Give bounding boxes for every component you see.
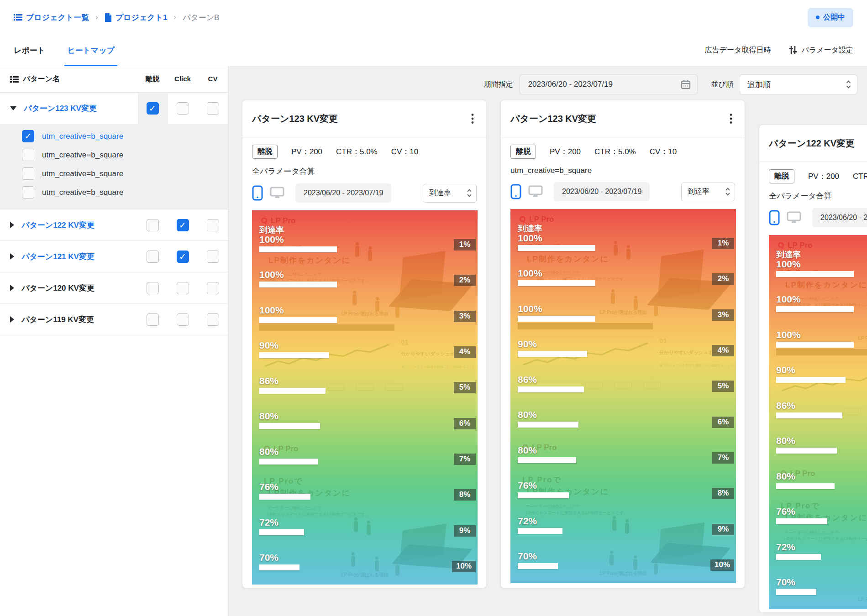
ad-data-fetch-time[interactable]: 広告データ取得日時: [705, 46, 771, 55]
scroll-pct-badge: 10%: [710, 559, 734, 571]
scroll-pct-badge: 5%: [712, 381, 734, 392]
scroll-pct-badge: 3%: [712, 309, 734, 321]
row-checkbox[interactable]: [177, 219, 189, 231]
reach-row: 72%: [259, 517, 304, 535]
reach-row: 70%: [259, 552, 300, 570]
kebab-menu-icon[interactable]: [468, 111, 477, 126]
row-checkbox[interactable]: [207, 282, 219, 294]
stat-cv: CV：10: [650, 146, 677, 157]
heatmap-card: パターン123 KV変更 離脱 PV：200 CTR：5.0% CV：10 ut…: [500, 100, 745, 588]
subrow-checkbox[interactable]: [22, 167, 34, 180]
row-checkbox[interactable]: [147, 251, 159, 263]
disclosure-triangle-icon[interactable]: [10, 253, 14, 260]
heatmap-visualization: LP Pro LP ProでLP制作をカンタンに マーケターに特化したことでLP…: [252, 210, 478, 585]
row-checkbox[interactable]: [177, 251, 189, 263]
metric-select-value: 到達率: [429, 188, 451, 198]
sort-select-value: 追加順: [747, 79, 771, 90]
tab-report[interactable]: レポート: [14, 35, 45, 66]
card-period-value[interactable]: 2023/06/20 - 2023/07/19: [295, 183, 391, 203]
desktop-device-icon[interactable]: [787, 211, 801, 224]
row-checkbox[interactable]: [177, 282, 189, 294]
disclosure-triangle-icon[interactable]: [10, 316, 14, 323]
scroll-pct-badge: 8%: [712, 488, 734, 499]
pattern-group-row[interactable]: パターン120 KV変更: [0, 272, 228, 304]
parameter-subrow[interactable]: utm_creative=b_square: [0, 127, 228, 146]
row-checkbox[interactable]: [147, 313, 159, 326]
reach-row: 86%: [776, 400, 842, 418]
desktop-device-icon[interactable]: [270, 187, 284, 199]
list-icon: [10, 76, 19, 83]
reach-row: 80%: [518, 409, 578, 428]
group-label[interactable]: パターン121 KV変更: [21, 251, 95, 262]
period-range-input[interactable]: 2023/06/20 - 2023/07/19: [520, 74, 698, 94]
subrow-checkbox[interactable]: [22, 149, 34, 161]
metric-select[interactable]: 到達率: [681, 183, 735, 201]
group-label[interactable]: パターン120 KV変更: [21, 283, 95, 293]
sort-select[interactable]: 追加順: [740, 74, 857, 94]
stat-ctr: CTR：5.0%: [853, 171, 867, 182]
reach-row: 86%: [259, 376, 326, 394]
exit-metric-badge[interactable]: 離脱: [252, 145, 278, 159]
exit-metric-badge[interactable]: 離脱: [769, 169, 794, 183]
subrow-label: utm_creative=b_square: [42, 188, 123, 197]
heatmap-card: パターン122 KV変更 離脱 PV：200 CTR：5.0% CV：10 全パ…: [759, 125, 867, 613]
subrow-checkbox[interactable]: [22, 130, 34, 142]
chevron-updown-icon: [467, 188, 472, 198]
period-label: 期間指定: [484, 80, 513, 89]
stat-ctr: CTR：5.0%: [594, 146, 636, 157]
row-checkbox[interactable]: [147, 219, 159, 231]
card-period-value[interactable]: 2023/06/20 - 2023/07/19: [554, 182, 650, 201]
row-checkbox[interactable]: [147, 102, 159, 115]
mobile-device-icon[interactable]: [252, 185, 263, 201]
card-subtitle: 全パラメータ合算: [769, 191, 867, 201]
group-label[interactable]: パターン123 KV変更: [24, 103, 97, 114]
scroll-pct-badge: 5%: [454, 382, 476, 393]
breadcrumb-project[interactable]: プロジェクト1: [105, 12, 168, 23]
subrow-checkbox[interactable]: [22, 186, 34, 198]
reach-row: 80%: [518, 445, 576, 463]
pattern-group-row[interactable]: パターン121 KV変更: [0, 241, 228, 272]
row-checkbox[interactable]: [177, 102, 189, 115]
parameter-subrow[interactable]: utm_creative=b_square: [0, 146, 228, 164]
scroll-pct-badge: 2%: [454, 275, 476, 286]
reach-row: 90%: [776, 365, 846, 383]
parameter-subrow[interactable]: utm_creative=b_square: [0, 164, 228, 183]
metric-select[interactable]: 到達率: [423, 184, 477, 203]
group-label[interactable]: パターン122 KV変更: [21, 220, 95, 230]
stat-pv: PV：200: [291, 146, 322, 157]
breadcrumb-project-list[interactable]: プロジェクト一覧: [14, 12, 89, 23]
pattern-group-row[interactable]: パターン119 KV変更: [0, 304, 228, 335]
row-checkbox[interactable]: [147, 282, 159, 294]
row-checkbox[interactable]: [207, 313, 219, 326]
exit-metric-badge[interactable]: 離脱: [510, 145, 536, 159]
tab-heatmap[interactable]: ヒートマップ: [67, 35, 115, 66]
row-checkbox[interactable]: [207, 251, 219, 263]
col-header-click: Click: [168, 75, 198, 84]
card-period-value[interactable]: 2023/06/20 - 2023/07/19: [812, 208, 867, 227]
main-toolbar: 期間指定 2023/06/20 - 2023/07/19 並び順 追加順: [228, 66, 867, 94]
reach-row: 100%: [259, 234, 337, 252]
metric-select-value: 到達率: [688, 187, 709, 197]
pattern-group-row[interactable]: パターン122 KV変更: [0, 209, 228, 241]
pattern-group-row[interactable]: パターン123 KV変更: [0, 93, 228, 124]
disclosure-triangle-icon[interactable]: [10, 222, 14, 228]
disclosure-triangle-icon[interactable]: [10, 106, 16, 110]
reach-row: 80%: [259, 446, 318, 465]
reach-row: 70%: [776, 577, 816, 595]
reach-row: 100%: [518, 268, 595, 286]
kebab-menu-icon[interactable]: [727, 111, 735, 126]
group-label[interactable]: パターン119 KV変更: [21, 314, 94, 325]
row-checkbox[interactable]: [207, 102, 219, 115]
row-checkbox[interactable]: [207, 219, 219, 231]
mobile-device-icon[interactable]: [510, 184, 521, 199]
row-checkbox[interactable]: [177, 313, 189, 326]
heatmap-card: パターン123 KV変更 離脱 PV：200 CTR：5.0% CV：10 全パ…: [242, 100, 487, 588]
breadcrumb-pattern: パターンB: [183, 12, 220, 23]
parameter-subrow[interactable]: utm_creative=b_square: [0, 183, 228, 202]
mobile-device-icon[interactable]: [769, 210, 780, 225]
disclosure-triangle-icon[interactable]: [10, 285, 14, 291]
parameter-settings-button[interactable]: パラメータ設定: [788, 46, 854, 55]
stat-pv: PV：200: [550, 146, 581, 157]
desktop-device-icon[interactable]: [528, 185, 543, 198]
pattern-name-header: パターン名: [23, 74, 60, 84]
